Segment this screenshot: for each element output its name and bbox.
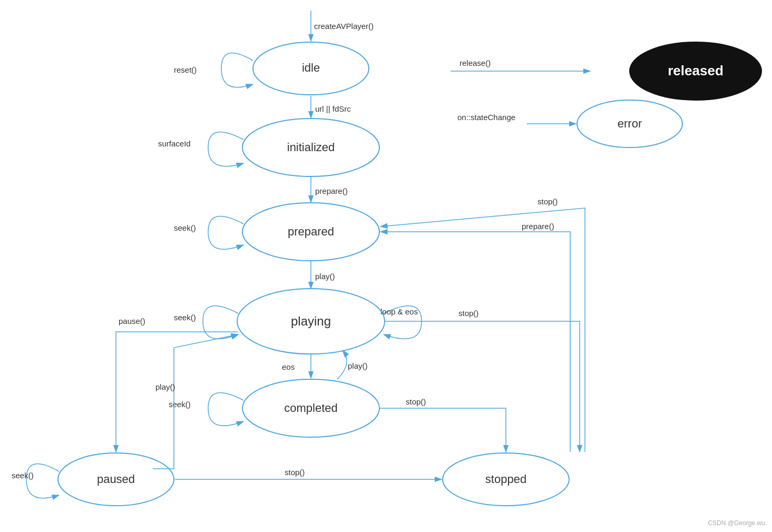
label-stop-paused: stop() bbox=[285, 468, 305, 477]
label-url-fdsrc: url || fdSrc bbox=[315, 104, 351, 113]
arrow-prepare-stopped bbox=[380, 232, 570, 452]
label-create-avplayer: createAVPlayer() bbox=[314, 22, 374, 31]
label-seek-paused: seek() bbox=[12, 471, 34, 480]
state-prepared-label: prepared bbox=[288, 225, 334, 238]
arrow-stop-prepared bbox=[380, 208, 585, 452]
state-released-label: released bbox=[668, 63, 724, 78]
label-seek-prepared: seek() bbox=[174, 223, 196, 232]
arrow-seek-paused bbox=[26, 464, 59, 498]
arrow-seek-prepared bbox=[208, 216, 243, 250]
state-playing-label: playing bbox=[291, 314, 331, 328]
label-play-paused: play() bbox=[155, 382, 175, 391]
label-stop-prepared: stop() bbox=[538, 197, 558, 206]
label-statechange: on::stateChange bbox=[457, 113, 515, 122]
arrow-seek-playing bbox=[203, 306, 238, 339]
label-loop-eos: loop & eos bbox=[380, 307, 418, 316]
label-surfaceid: surfaceId bbox=[158, 139, 191, 148]
label-prepare-init: prepare() bbox=[315, 186, 348, 195]
label-play-prepared: play() bbox=[315, 272, 335, 281]
state-paused-label: paused bbox=[97, 472, 135, 486]
label-eos: eos bbox=[282, 362, 295, 371]
state-stopped-label: stopped bbox=[485, 472, 526, 486]
state-error-label: error bbox=[618, 117, 642, 130]
label-stop-playing: stop() bbox=[458, 309, 478, 318]
arrow-play-paused bbox=[153, 334, 238, 469]
arrow-pause bbox=[116, 332, 238, 452]
label-stop-completed: stop() bbox=[406, 397, 426, 406]
arrow-reset bbox=[221, 53, 253, 87]
label-release: release() bbox=[460, 58, 491, 67]
arrow-stop-completed bbox=[379, 408, 506, 452]
state-initialized-label: initialized bbox=[287, 141, 335, 154]
label-play-completed: play() bbox=[348, 361, 368, 370]
state-completed-label: completed bbox=[284, 401, 338, 415]
label-seek-completed: seek() bbox=[169, 400, 191, 409]
arrow-surfaceid bbox=[208, 132, 243, 166]
arrow-play-completed bbox=[337, 350, 347, 379]
watermark: CSDN @George.wu. bbox=[708, 519, 767, 527]
label-reset: reset() bbox=[174, 65, 197, 74]
label-pause: pause() bbox=[119, 317, 145, 326]
state-idle-label: idle bbox=[302, 61, 320, 74]
label-seek-playing: seek() bbox=[174, 313, 196, 322]
label-prepare-stopped: prepare() bbox=[522, 222, 554, 231]
arrow-stop-playing bbox=[385, 321, 580, 452]
arrow-seek-completed bbox=[208, 393, 243, 426]
